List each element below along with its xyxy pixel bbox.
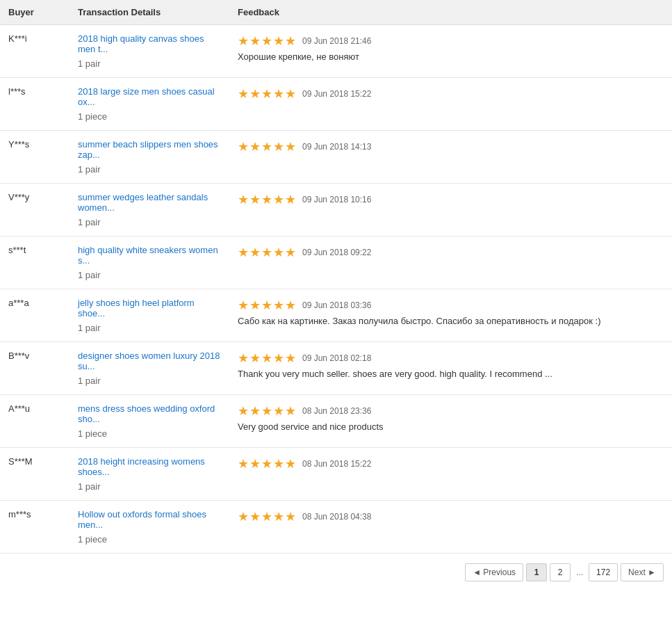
star-rating: ★★★★★ [238, 139, 297, 154]
buyer-name: A***u [8, 403, 30, 414]
previous-button[interactable]: ◄ Previous [465, 563, 523, 581]
table-row: s***t high quality white sneakers women … [0, 236, 672, 289]
feedback-date: 09 Jun 2018 09:22 [302, 248, 371, 257]
star-rating: ★★★★★ [238, 351, 297, 366]
table-row: A***u mens dress shoes wedding oxford sh… [0, 395, 672, 448]
buyer-name: l***s [8, 86, 26, 97]
product-link[interactable]: 2018 height increasing womens shoes... [78, 456, 221, 477]
quantity: 1 pair [78, 58, 221, 69]
quantity: 1 pair [78, 217, 221, 227]
next-button[interactable]: Next ► [621, 563, 664, 581]
table-row: B***v designer shoes women luxury 2018 s… [0, 342, 672, 395]
quantity: 1 pair [78, 164, 221, 175]
buyer-name: K***i [8, 33, 27, 44]
feedback-date: 08 Jun 2018 04:38 [302, 512, 371, 522]
product-link[interactable]: summer beach slippers men shoes zap... [78, 139, 221, 160]
table-row: m***s Hollow out oxfords formal shoes me… [0, 501, 672, 554]
feedback-text: Thank you very much seller. shoes are ve… [238, 369, 664, 379]
feedback-header: Feedback [229, 0, 672, 25]
table-row: K***i 2018 high quality canvas shoes men… [0, 25, 672, 78]
buyer-name: S***M [8, 456, 33, 467]
quantity: 1 pair [78, 323, 221, 333]
feedback-date: 09 Jun 2018 21:46 [302, 36, 371, 46]
feedback-date: 09 Jun 2018 02:18 [302, 353, 371, 363]
table-row: a***a jelly shoes high heel platform sho… [0, 289, 672, 342]
feedback-text: Хорошие крепкие, не воняют [238, 51, 664, 62]
product-link[interactable]: designer shoes women luxury 2018 su... [78, 351, 221, 371]
buyer-name: s***t [8, 245, 26, 255]
feedback-date: 09 Jun 2018 03:36 [302, 300, 371, 310]
product-link[interactable]: jelly shoes high heel platform shoe... [78, 298, 221, 319]
feedback-text: Very good service and nice products [238, 421, 664, 432]
table-row: Y***s summer beach slippers men shoes za… [0, 131, 672, 184]
quantity: 1 piece [78, 111, 221, 122]
feedback-date: 09 Jun 2018 10:16 [302, 195, 371, 204]
buyer-name: Y***s [8, 139, 29, 150]
pagination: ◄ Previous 1 2 ... 172 Next ► [0, 554, 672, 591]
star-rating: ★★★★★ [238, 192, 297, 207]
table-row: l***s 2018 large size men shoes casual o… [0, 78, 672, 131]
buyer-name: B***v [8, 351, 29, 361]
star-rating: ★★★★★ [238, 403, 297, 419]
star-rating: ★★★★★ [238, 456, 297, 472]
product-link[interactable]: Hollow out oxfords formal shoes men... [78, 509, 221, 530]
page-1-button[interactable]: 1 [526, 563, 547, 581]
buyer-name: m***s [8, 509, 31, 520]
page-172-button[interactable]: 172 [589, 563, 618, 581]
product-link[interactable]: high quality white sneakers women s... [78, 245, 221, 266]
quantity: 1 pair [78, 376, 221, 386]
quantity: 1 piece [78, 534, 221, 545]
star-rating: ★★★★★ [238, 245, 297, 260]
buyer-name: a***a [8, 298, 29, 308]
quantity: 1 pair [78, 270, 221, 280]
table-row: V***y summer wedges leather sandals wome… [0, 184, 672, 236]
quantity: 1 pair [78, 481, 221, 492]
transaction-header: Transaction Details [69, 0, 229, 25]
star-rating: ★★★★★ [238, 33, 297, 49]
quantity: 1 piece [78, 428, 221, 439]
page-ellipsis: ... [573, 564, 586, 581]
feedback-text: Сабо как на картинке. Заказ получила быс… [238, 316, 664, 326]
feedback-date: 08 Jun 2018 15:22 [302, 459, 371, 469]
buyer-name: V***y [8, 192, 29, 202]
star-rating: ★★★★★ [238, 86, 297, 102]
buyer-header: Buyer [0, 0, 69, 25]
feedback-date: 09 Jun 2018 15:22 [302, 89, 371, 99]
page-2-button[interactable]: 2 [550, 563, 571, 581]
star-rating: ★★★★★ [238, 298, 297, 313]
product-link[interactable]: 2018 high quality canvas shoes men t... [78, 33, 221, 54]
product-link[interactable]: mens dress shoes wedding oxford sho... [78, 403, 221, 424]
product-link[interactable]: summer wedges leather sandals women... [78, 192, 221, 213]
feedback-date: 09 Jun 2018 14:13 [302, 142, 371, 152]
feedback-date: 08 Jun 2018 23:36 [302, 406, 371, 416]
product-link[interactable]: 2018 large size men shoes casual ox... [78, 86, 221, 107]
star-rating: ★★★★★ [238, 509, 297, 524]
table-row: S***M 2018 height increasing womens shoe… [0, 448, 672, 501]
